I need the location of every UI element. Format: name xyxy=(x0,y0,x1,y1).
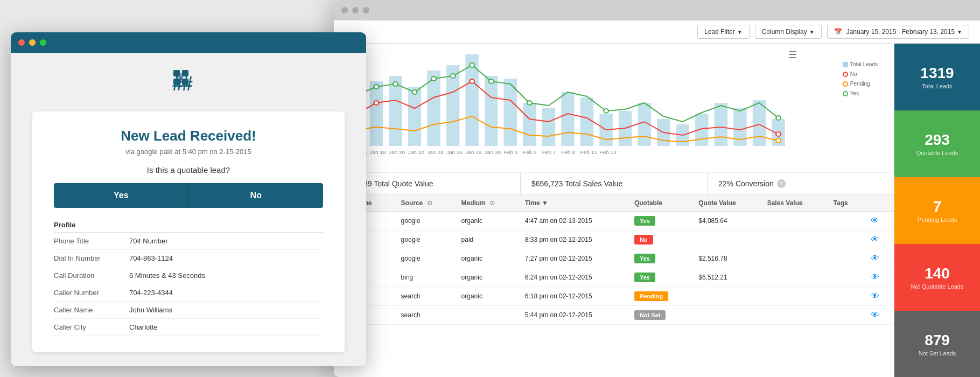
leads-table: Lead Type Source ⊙ Medium ⊙ Time ▼ Quota… xyxy=(334,195,894,325)
cell-source: search xyxy=(395,306,455,325)
eye-icon[interactable]: 👁 xyxy=(871,235,879,244)
stat-not-set-leads[interactable]: 879 Not Set Leads xyxy=(894,311,980,377)
stat-number-quotable: 293 xyxy=(903,131,971,149)
total-sales-value: $656,723 Total Sales Value xyxy=(521,173,708,194)
cell-eye: 👁 xyxy=(864,231,894,249)
eye-icon[interactable]: 👁 xyxy=(871,216,879,225)
cell-time: 5:44 pm on 02-12-2015 xyxy=(519,306,628,325)
conversion-rate: 22% Conversion ? xyxy=(708,173,894,194)
yes-button[interactable]: Yes xyxy=(54,183,189,208)
cell-medium: organic xyxy=(455,287,519,306)
total-sales-value-text: $656,723 Total Sales Value xyxy=(531,179,622,188)
svg-text:Feb 3: Feb 3 xyxy=(504,149,518,155)
cell-source: google xyxy=(395,249,455,268)
svg-rect-9 xyxy=(408,87,421,146)
svg-text:##: ## xyxy=(172,73,193,95)
cell-quotable: Yes xyxy=(628,249,692,268)
legend-total-leads: Total Leads xyxy=(843,60,878,69)
date-range-button[interactable]: 📅 January 15, 2015 - February 13, 2015 ▼ xyxy=(827,25,969,39)
source-sort-icon[interactable]: ⊙ xyxy=(427,199,432,207)
main-content: ☰ Total Leads No Pending xyxy=(334,44,894,377)
badge-yes: Yes xyxy=(634,273,655,282)
conversion-rate-text: 22% Conversion xyxy=(718,179,774,188)
stat-pending-leads[interactable]: 7 Pending Leads xyxy=(894,177,980,244)
svg-rect-16 xyxy=(542,108,555,146)
lead-filter-label: Lead Filter xyxy=(704,28,735,36)
eye-icon[interactable]: 👁 xyxy=(871,291,879,301)
profile-row-dial-in: Dial In Number 704-863-1124 xyxy=(54,250,323,267)
profile-value-dial-in: 704-863-1124 xyxy=(129,254,173,262)
titlebar-dot-3 xyxy=(363,7,369,13)
svg-text:Jan 22: Jan 22 xyxy=(408,149,424,155)
cell-eye: 👁 xyxy=(864,268,894,287)
profile-label-call-duration: Call Duration xyxy=(54,271,129,280)
column-display-button[interactable]: Column Display ▼ xyxy=(755,25,822,39)
cell-tags xyxy=(827,212,865,231)
eye-icon[interactable]: 👁 xyxy=(871,254,879,263)
titlebar-dot-2 xyxy=(352,7,359,13)
col-source: Source ⊙ xyxy=(395,195,455,212)
svg-point-31 xyxy=(393,82,398,86)
table-row: 📞 search 5:44 pm on 02-12-2015 Not Set 👁 xyxy=(334,306,894,325)
profile-row-call-duration: Call Duration 6 Minutes & 43 Seconds xyxy=(54,267,323,284)
chart-svg: Jan 16 Jan 18 Jan 20 Jan 22 Jan 24 Jan 2… xyxy=(345,49,883,157)
col-medium: Medium ⊙ xyxy=(455,195,519,212)
col-actions xyxy=(864,195,894,212)
stat-number-not-quotable: 140 xyxy=(903,265,971,282)
cell-quote-value: $6,512.21 xyxy=(692,268,760,287)
cell-sales-value xyxy=(761,231,827,249)
stat-total-leads[interactable]: 1319 Total Leads xyxy=(894,44,980,110)
table-scroll[interactable]: Lead Type Source ⊙ Medium ⊙ Time ▼ Quota… xyxy=(334,195,894,377)
stat-not-quotable-leads[interactable]: 140 Not Quotable Leads xyxy=(894,244,980,311)
stat-number-pending: 7 xyxy=(903,198,971,215)
svg-text:Jan 30: Jan 30 xyxy=(485,149,501,155)
svg-point-38 xyxy=(604,109,608,113)
cell-eye: 👁 xyxy=(864,249,894,268)
svg-point-32 xyxy=(412,90,417,94)
svg-text:Jan 28: Jan 28 xyxy=(465,149,481,155)
maximize-dot xyxy=(40,39,46,46)
medium-sort-icon[interactable]: ⊙ xyxy=(489,199,495,207)
legend-no: No xyxy=(843,69,878,79)
column-display-caret: ▼ xyxy=(809,29,815,35)
left-content: ## New Lead Received! via google paid at… xyxy=(11,53,366,366)
cell-source: google xyxy=(395,212,455,231)
col-tags: Tags xyxy=(827,195,865,212)
cell-tags xyxy=(827,231,865,249)
table-row: 🛒 google organic 4:47 am on 02-13-2015 Y… xyxy=(334,212,894,231)
left-window: ## New Lead Received! via google paid at… xyxy=(11,32,366,366)
cell-medium: organic xyxy=(455,212,519,231)
cell-time: 4:47 am on 02-13-2015 xyxy=(519,212,628,231)
eye-icon[interactable]: 👁 xyxy=(871,273,879,282)
table-header-row: Lead Type Source ⊙ Medium ⊙ Time ▼ Quota… xyxy=(334,195,894,212)
chart-menu-icon[interactable]: ☰ xyxy=(788,49,797,61)
badge-yes: Yes xyxy=(634,216,655,226)
svg-point-39 xyxy=(776,116,781,120)
profile-label-caller-name: Caller Name xyxy=(54,306,129,314)
cell-eye: 👁 xyxy=(864,287,894,306)
legend-pending: Pending xyxy=(843,79,878,89)
badge-no: No xyxy=(634,235,653,245)
cell-source: google xyxy=(395,231,455,249)
legend-dot-pending xyxy=(843,81,848,87)
profile-label-phone-title: Phone Title xyxy=(54,237,129,245)
legend-label-pending: Pending xyxy=(850,79,870,89)
no-button[interactable]: No xyxy=(189,183,324,208)
profile-heading: Profile xyxy=(54,221,323,233)
eye-icon[interactable]: 👁 xyxy=(871,310,879,319)
right-titlebar xyxy=(334,0,980,20)
right-window: Lead Filter ▼ Column Display ▼ 📅 January… xyxy=(334,0,980,377)
legend-dot-yes xyxy=(843,91,848,96)
stat-quotable-leads[interactable]: 293 Quotable Leads xyxy=(894,110,980,177)
svg-rect-26 xyxy=(733,108,746,146)
svg-text:Feb 13: Feb 13 xyxy=(599,149,616,155)
logo-icon: ## xyxy=(172,69,205,101)
stat-label-not-quotable: Not Quotable Leads xyxy=(903,283,971,290)
cell-quote-value xyxy=(692,287,760,306)
col-time[interactable]: Time ▼ xyxy=(519,195,628,212)
lead-filter-button[interactable]: Lead Filter ▼ xyxy=(697,25,750,39)
svg-text:Jan 18: Jan 18 xyxy=(370,149,386,155)
svg-text:Jan 20: Jan 20 xyxy=(389,149,405,155)
svg-text:Feb 7: Feb 7 xyxy=(542,149,556,155)
svg-rect-7 xyxy=(370,81,383,146)
